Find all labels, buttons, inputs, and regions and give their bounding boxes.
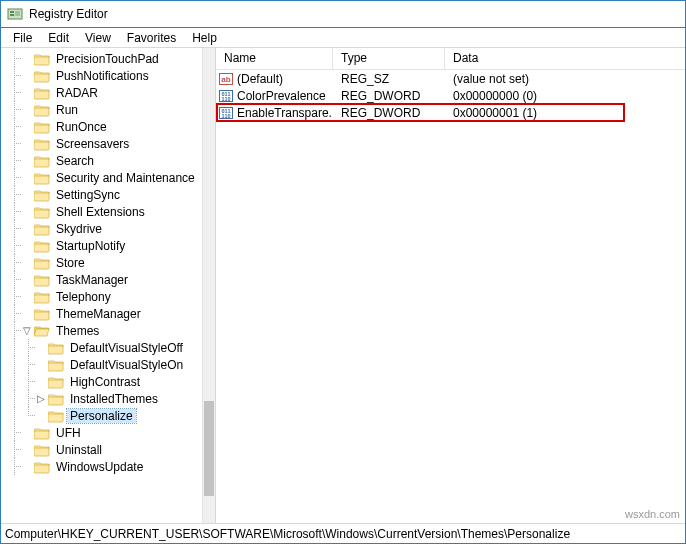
menu-help[interactable]: Help: [184, 29, 225, 47]
expander-placeholder: [21, 427, 32, 438]
menu-favorites[interactable]: Favorites: [119, 29, 184, 47]
folder-icon: [34, 69, 50, 83]
folder-icon: [34, 205, 50, 219]
expander-placeholder: [21, 104, 32, 115]
tree-node-label[interactable]: Skydrive: [53, 222, 105, 236]
tree-node[interactable]: Personalize: [7, 407, 202, 424]
tree-node-label[interactable]: Personalize: [67, 409, 136, 423]
menu-file[interactable]: File: [5, 29, 40, 47]
tree-scrollbar[interactable]: [202, 48, 215, 523]
tree-node[interactable]: RADAR: [7, 84, 202, 101]
tree-node[interactable]: StartupNotify: [7, 237, 202, 254]
tree-node-label[interactable]: DefaultVisualStyleOn: [67, 358, 186, 372]
expander-placeholder: [21, 172, 32, 183]
tree-node[interactable]: SettingSync: [7, 186, 202, 203]
folder-icon: [34, 120, 50, 134]
tree-node[interactable]: RunOnce: [7, 118, 202, 135]
tree-node-label[interactable]: Security and Maintenance: [53, 171, 198, 185]
expander-placeholder: [21, 223, 32, 234]
folder-icon: [34, 52, 50, 66]
expand-icon[interactable]: ▷: [35, 393, 46, 404]
svg-text:110: 110: [221, 113, 230, 119]
value-name: ColorPrevalence: [237, 89, 326, 103]
tree-node[interactable]: Uninstall: [7, 441, 202, 458]
folder-icon: [34, 137, 50, 151]
tree-node[interactable]: Run: [7, 101, 202, 118]
folder-icon: [34, 239, 50, 253]
menu-edit[interactable]: Edit: [40, 29, 77, 47]
value-name: EnableTranspare...: [237, 106, 333, 120]
tree-node-label[interactable]: Shell Extensions: [53, 205, 148, 219]
tree-node-label[interactable]: PrecisionTouchPad: [53, 52, 162, 66]
tree-node-label[interactable]: Run: [53, 103, 81, 117]
window-title: Registry Editor: [29, 7, 108, 21]
folder-icon: [48, 409, 64, 423]
tree-node[interactable]: Telephony: [7, 288, 202, 305]
expander-placeholder: [21, 138, 32, 149]
tree-node-label[interactable]: RunOnce: [53, 120, 110, 134]
tree-node-label[interactable]: WindowsUpdate: [53, 460, 146, 474]
tree-node-label[interactable]: Screensavers: [53, 137, 132, 151]
tree-node[interactable]: UFH: [7, 424, 202, 441]
tree-node-label[interactable]: Store: [53, 256, 88, 270]
tree-node[interactable]: DefaultVisualStyleOff: [7, 339, 202, 356]
tree-node[interactable]: ▽Themes: [7, 322, 202, 339]
tree-node-label[interactable]: HighContrast: [67, 375, 143, 389]
tree-node[interactable]: DefaultVisualStyleOn: [7, 356, 202, 373]
tree-node-label[interactable]: Themes: [53, 324, 102, 338]
tree-node-label[interactable]: TaskManager: [53, 273, 131, 287]
collapse-icon[interactable]: ▽: [21, 325, 32, 336]
list-row[interactable]: 011110EnableTranspare...REG_DWORD0x00000…: [216, 104, 685, 121]
tree-node-label[interactable]: SettingSync: [53, 188, 123, 202]
expander-placeholder: [35, 359, 46, 370]
folder-icon: [34, 460, 50, 474]
list-row[interactable]: ab(Default)REG_SZ(value not set): [216, 70, 685, 87]
scrollbar-thumb[interactable]: [204, 401, 214, 496]
expander-placeholder: [21, 274, 32, 285]
tree-node[interactable]: Screensavers: [7, 135, 202, 152]
tree-node[interactable]: ▷InstalledThemes: [7, 390, 202, 407]
folder-icon: [34, 154, 50, 168]
column-header-data[interactable]: Data: [445, 48, 685, 70]
tree-view[interactable]: PrecisionTouchPadPushNotificationsRADARR…: [1, 48, 202, 523]
tree-node[interactable]: Skydrive: [7, 220, 202, 237]
tree-node-label[interactable]: UFH: [53, 426, 84, 440]
tree-node[interactable]: Search: [7, 152, 202, 169]
tree-node[interactable]: Security and Maintenance: [7, 169, 202, 186]
tree-node-label[interactable]: PushNotifications: [53, 69, 152, 83]
menubar: File Edit View Favorites Help: [1, 28, 685, 48]
column-header-type[interactable]: Type: [333, 48, 445, 70]
tree-node[interactable]: HighContrast: [7, 373, 202, 390]
expander-placeholder: [21, 121, 32, 132]
tree-node-label[interactable]: ThemeManager: [53, 307, 144, 321]
content-area: PrecisionTouchPadPushNotificationsRADARR…: [1, 48, 685, 523]
menu-view[interactable]: View: [77, 29, 119, 47]
tree-node-label[interactable]: Search: [53, 154, 97, 168]
tree-node-label[interactable]: Uninstall: [53, 443, 105, 457]
tree-node-label[interactable]: Telephony: [53, 290, 114, 304]
svg-text:ab: ab: [221, 75, 230, 84]
titlebar[interactable]: Registry Editor: [1, 1, 685, 28]
statusbar: Computer\HKEY_CURRENT_USER\SOFTWARE\Micr…: [1, 523, 685, 543]
tree-node[interactable]: TaskManager: [7, 271, 202, 288]
tree-node-label[interactable]: InstalledThemes: [67, 392, 161, 406]
tree-node[interactable]: WindowsUpdate: [7, 458, 202, 475]
folder-icon: [48, 392, 64, 406]
column-header-name[interactable]: Name: [216, 48, 333, 70]
list-row[interactable]: 011110ColorPrevalenceREG_DWORD0x00000000…: [216, 87, 685, 104]
tree-node[interactable]: Store: [7, 254, 202, 271]
folder-icon: [48, 341, 64, 355]
tree-node-label[interactable]: DefaultVisualStyleOff: [67, 341, 186, 355]
expander-placeholder: [21, 461, 32, 472]
tree-node-label[interactable]: StartupNotify: [53, 239, 128, 253]
folder-icon: [48, 375, 64, 389]
tree-node[interactable]: ThemeManager: [7, 305, 202, 322]
folder-icon: [34, 426, 50, 440]
tree-node-label[interactable]: RADAR: [53, 86, 101, 100]
svg-rect-3: [15, 11, 20, 16]
tree-node[interactable]: Shell Extensions: [7, 203, 202, 220]
folder-icon: [34, 188, 50, 202]
tree-node[interactable]: PushNotifications: [7, 67, 202, 84]
value-data: 0x00000001 (1): [445, 106, 685, 120]
tree-node[interactable]: PrecisionTouchPad: [7, 50, 202, 67]
